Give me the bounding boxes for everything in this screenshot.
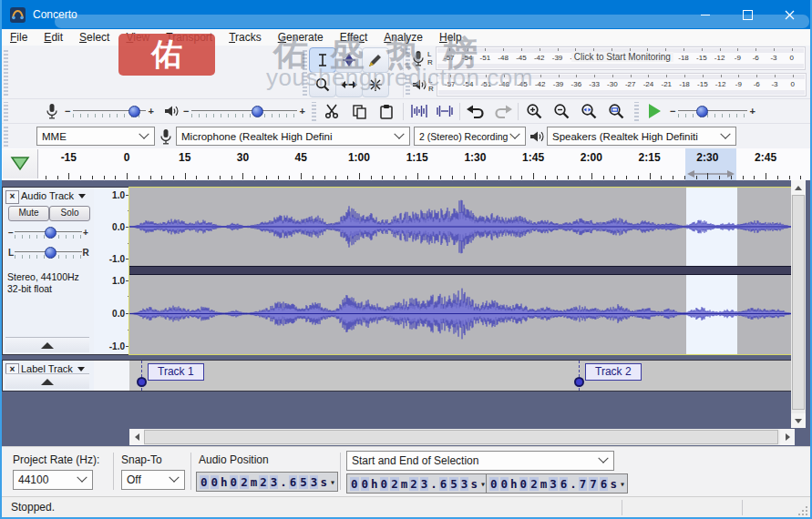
playback-meter[interactable]: LR -57-54-51-48-45-42-39-36-33-30-27-24-… (403, 72, 809, 97)
scroll-left-button[interactable] (129, 429, 144, 445)
maximize-button[interactable] (726, 0, 768, 29)
time-digit[interactable]: 3 (420, 477, 429, 491)
time-digit[interactable]: 2 (529, 477, 539, 491)
chevron-down-icon[interactable]: ▾ (478, 479, 486, 489)
time-digit[interactable]: 3 (270, 475, 279, 489)
fit-project-button[interactable] (603, 100, 629, 122)
time-unit[interactable]: s (319, 475, 328, 489)
time-unit[interactable]: s (609, 477, 618, 491)
track-name-menu[interactable]: Audio Track (21, 190, 86, 201)
selection-format-select[interactable]: Start and End of Selection (346, 451, 614, 471)
paste-button[interactable] (374, 100, 399, 122)
menu-tracks[interactable]: Tracks (221, 29, 270, 46)
recording-meter-grabber[interactable] (406, 48, 410, 68)
playback-device-select[interactable]: Speakers (Realtek High Definiti (547, 127, 736, 146)
recording-meter-bar[interactable]: Click to Start Monitoring -57-54-51-48-4… (436, 46, 806, 70)
zoom-out-button[interactable] (549, 100, 574, 122)
playback-speed-thumb[interactable] (696, 106, 708, 117)
time-digit[interactable]: 5 (299, 475, 308, 489)
time-unit[interactable]: s (469, 477, 478, 491)
time-unit[interactable]: m (250, 475, 259, 489)
time-digit[interactable]: 3 (310, 475, 319, 489)
selection-end-field[interactable]: 00h02m36.776s▾ (486, 473, 628, 494)
menu-analyze[interactable]: Analyze (375, 29, 431, 46)
recording-meter[interactable]: LR Click to Start Monitoring -57-54-51-4… (403, 46, 809, 71)
time-digit[interactable]: 5 (449, 477, 458, 491)
zoom-in-button[interactable] (521, 100, 547, 122)
time-digit[interactable]: 0 (519, 477, 529, 491)
play-at-speed-button[interactable] (642, 100, 667, 122)
mixer-toolbar-grabber[interactable] (4, 102, 8, 121)
time-digit[interactable]: 0 (361, 477, 370, 491)
label-text-box[interactable]: Track 2 (585, 363, 642, 381)
time-digit[interactable]: 6 (289, 475, 298, 489)
zoom-tool-button[interactable] (309, 72, 336, 97)
track-collapse-button[interactable] (5, 373, 89, 389)
timeline-ruler[interactable]: -1501530451:001:151:301:452:002:152:302:… (38, 148, 806, 180)
recording-device-select[interactable]: Microphone (Realtek High Defini (176, 127, 410, 146)
label-text-box[interactable]: Track 1 (148, 363, 204, 381)
time-digit[interactable]: 0 (230, 475, 239, 489)
playback-volume-slider[interactable]: − + (180, 105, 308, 117)
solo-button[interactable]: Solo (49, 206, 90, 221)
device-toolbar-grabber[interactable] (4, 127, 8, 147)
vertical-scale-ruler[interactable]: 1.00.0-1.01.00.0-1.0 (94, 188, 130, 354)
track-close-button[interactable]: × (5, 190, 19, 204)
play-at-speed-grabber[interactable] (634, 102, 639, 121)
close-button[interactable] (768, 0, 810, 29)
tools-toolbar-grabber[interactable] (303, 48, 307, 96)
time-digit[interactable]: 0 (489, 477, 499, 491)
silence-audio-button[interactable] (432, 100, 457, 122)
copy-button[interactable] (346, 100, 372, 122)
menu-view[interactable]: View (118, 29, 158, 46)
menu-transport[interactable]: Transport (158, 29, 221, 46)
menu-help[interactable]: Help (431, 29, 470, 46)
time-digit[interactable]: 2 (409, 477, 418, 491)
time-unit[interactable]: h (509, 477, 519, 491)
time-digit[interactable]: 2 (240, 475, 249, 489)
menu-generate[interactable]: Generate (270, 29, 332, 46)
horizontal-scroll-thumb[interactable] (144, 430, 778, 444)
playback-meter-grabber[interactable] (406, 75, 410, 95)
envelope-tool-button[interactable] (335, 47, 363, 73)
label-track-content[interactable]: Track 1Track 2 (129, 361, 793, 391)
selection-start-field[interactable]: 00h02m23.653s▾ (346, 473, 488, 494)
draw-tool-button[interactable] (362, 47, 389, 73)
time-shift-tool-button[interactable] (335, 72, 363, 97)
snap-to-select[interactable]: Off (121, 470, 185, 490)
menu-file[interactable]: File (2, 29, 36, 46)
undo-button[interactable] (463, 100, 488, 122)
scroll-right-button[interactable] (780, 429, 795, 445)
menu-select[interactable]: Select (71, 29, 118, 46)
horizontal-scrollbar[interactable] (129, 429, 795, 445)
scroll-up-button[interactable] (791, 180, 806, 195)
vertical-scroll-thumb[interactable] (792, 195, 805, 410)
label-flag-icon[interactable] (574, 377, 584, 387)
time-digit[interactable]: 2 (259, 475, 268, 489)
time-digit[interactable]: 7 (579, 477, 588, 491)
label-flag-icon[interactable] (137, 377, 147, 387)
monitoring-hint[interactable]: Click to Start Monitoring (571, 52, 673, 62)
mute-button[interactable]: Mute (8, 206, 49, 221)
time-unit[interactable]: . (279, 475, 288, 489)
time-digit[interactable]: 0 (211, 475, 220, 489)
recording-channels-select[interactable]: 2 (Stereo) Recording Channels (414, 127, 526, 146)
time-unit[interactable]: . (569, 477, 578, 491)
channel-divider[interactable] (129, 266, 793, 275)
chevron-down-icon[interactable]: ▾ (618, 479, 625, 489)
playback-speed-slider[interactable]: − + (667, 105, 758, 117)
recording-volume-slider[interactable]: − + (62, 105, 157, 117)
time-digit[interactable]: 2 (390, 477, 399, 491)
time-digit[interactable]: 6 (560, 477, 569, 491)
time-unit[interactable]: m (540, 477, 549, 491)
time-unit[interactable]: . (429, 477, 438, 491)
recording-volume-thumb[interactable] (128, 106, 140, 117)
time-unit[interactable]: h (370, 477, 379, 491)
menu-edit[interactable]: Edit (36, 29, 71, 46)
time-digit[interactable]: 0 (350, 477, 359, 491)
fit-selection-button[interactable] (576, 100, 601, 122)
track-collapse-button[interactable] (5, 337, 89, 352)
time-digit[interactable]: 6 (600, 477, 609, 491)
time-digit[interactable]: 7 (589, 477, 598, 491)
transport-toolbar-grabber[interactable] (4, 48, 8, 96)
